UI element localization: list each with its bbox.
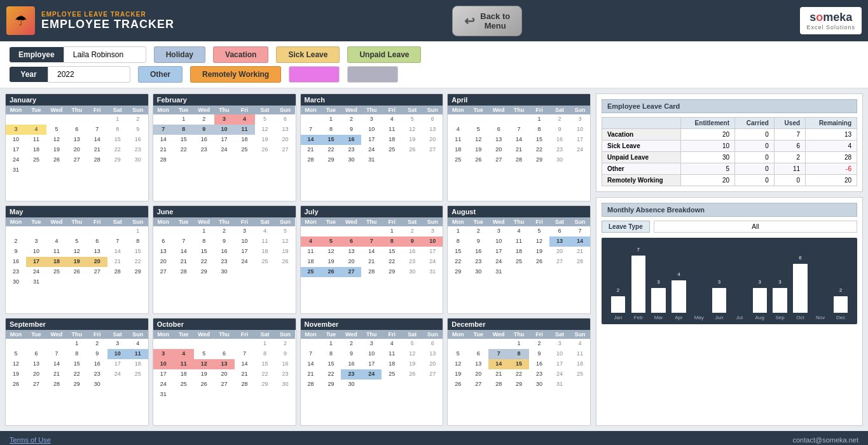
- cal-day[interactable]: 6: [153, 236, 174, 247]
- cal-day[interactable]: 30: [214, 267, 235, 277]
- cal-day[interactable]: 7: [107, 236, 128, 247]
- cal-day[interactable]: 5: [46, 125, 67, 135]
- cal-day[interactable]: 21: [509, 145, 529, 155]
- employee-value[interactable]: Laila Robinson: [64, 46, 146, 63]
- cal-day[interactable]: 7: [174, 236, 194, 247]
- cal-day[interactable]: 23: [194, 145, 214, 155]
- cal-day[interactable]: 17: [6, 145, 26, 155]
- cal-day[interactable]: 8: [255, 349, 275, 359]
- cal-day[interactable]: 19: [402, 359, 422, 369]
- cal-day[interactable]: 20: [26, 369, 46, 380]
- cal-day[interactable]: 22: [194, 257, 214, 267]
- cal-day[interactable]: 9: [275, 349, 296, 359]
- cal-day[interactable]: 22: [509, 369, 529, 380]
- cal-day[interactable]: 8: [128, 236, 148, 247]
- cal-day[interactable]: 24: [549, 369, 570, 380]
- cal-day[interactable]: 3: [153, 349, 174, 359]
- cal-day[interactable]: 16: [194, 135, 214, 145]
- cal-day[interactable]: 7: [570, 226, 590, 236]
- cal-day[interactable]: 19: [448, 369, 468, 380]
- cal-day[interactable]: 9: [128, 125, 148, 135]
- cal-day[interactable]: 31: [422, 267, 443, 277]
- cal-day[interactable]: 15: [382, 247, 402, 257]
- cal-day[interactable]: 20: [422, 359, 443, 369]
- cal-day[interactable]: 1: [529, 114, 549, 125]
- cal-day[interactable]: 13: [26, 359, 46, 369]
- cal-day[interactable]: 15: [448, 247, 468, 257]
- cal-day[interactable]: 13: [341, 247, 361, 257]
- cal-day[interactable]: 16: [549, 135, 570, 145]
- cal-day[interactable]: 15: [320, 359, 341, 369]
- cal-day[interactable]: 28: [153, 155, 174, 165]
- cal-day[interactable]: 26: [402, 145, 422, 155]
- cal-day[interactable]: 18: [301, 257, 321, 267]
- cal-day[interactable]: 13: [275, 125, 296, 135]
- cal-day[interactable]: 30: [529, 380, 549, 390]
- cal-day[interactable]: 13: [87, 247, 107, 257]
- cal-day[interactable]: 27: [26, 380, 46, 390]
- cal-day[interactable]: 10: [235, 236, 255, 247]
- cal-day[interactable]: 15: [194, 247, 214, 257]
- cal-day[interactable]: 5: [529, 226, 549, 236]
- cal-day[interactable]: 16: [341, 135, 361, 145]
- cal-day[interactable]: 22: [529, 145, 549, 155]
- cal-day[interactable]: 5: [275, 226, 296, 236]
- cal-day[interactable]: 27: [488, 155, 509, 165]
- cal-day[interactable]: 22: [255, 369, 275, 380]
- cal-day[interactable]: 9: [194, 125, 214, 135]
- cal-day[interactable]: 23: [214, 257, 235, 267]
- cal-day[interactable]: 17: [570, 135, 590, 145]
- cal-day[interactable]: 26: [6, 380, 26, 390]
- cal-day[interactable]: 28: [87, 155, 107, 165]
- cal-day[interactable]: 9: [214, 236, 235, 247]
- cal-day[interactable]: 21: [361, 257, 382, 267]
- cal-day[interactable]: 10: [153, 359, 174, 369]
- cal-day[interactable]: 7: [87, 125, 107, 135]
- cal-day[interactable]: 25: [448, 155, 468, 165]
- cal-day[interactable]: 13: [422, 349, 443, 359]
- cal-day[interactable]: 9: [6, 247, 26, 257]
- cal-day[interactable]: 27: [214, 380, 235, 390]
- cal-day[interactable]: 14: [153, 135, 174, 145]
- cal-day[interactable]: 15: [529, 135, 549, 145]
- cal-day[interactable]: 29: [320, 155, 341, 165]
- cal-day[interactable]: 10: [361, 349, 382, 359]
- cal-day[interactable]: 18: [235, 135, 255, 145]
- cal-day[interactable]: 2: [402, 226, 422, 236]
- cal-day[interactable]: 17: [422, 247, 443, 257]
- cal-day[interactable]: 17: [488, 247, 509, 257]
- cal-day[interactable]: 8: [194, 236, 214, 247]
- cal-day[interactable]: 16: [341, 359, 361, 369]
- cal-day[interactable]: 6: [341, 236, 361, 247]
- cal-day[interactable]: 6: [549, 226, 570, 236]
- cal-day[interactable]: 29: [509, 380, 529, 390]
- cal-day[interactable]: 26: [529, 257, 549, 267]
- cal-day[interactable]: 29: [255, 380, 275, 390]
- cal-day[interactable]: 2: [6, 236, 26, 247]
- cal-day[interactable]: 5: [320, 236, 341, 247]
- cal-day[interactable]: 20: [422, 135, 443, 145]
- cal-day[interactable]: 25: [46, 267, 67, 277]
- cal-day[interactable]: 27: [275, 145, 296, 155]
- cal-day[interactable]: 1: [320, 339, 341, 349]
- cal-day[interactable]: 23: [341, 369, 361, 380]
- cal-day[interactable]: 31: [361, 155, 382, 165]
- cal-day[interactable]: 2: [128, 114, 148, 125]
- cal-day[interactable]: 28: [570, 257, 590, 267]
- cal-day[interactable]: 4: [301, 236, 321, 247]
- cal-day[interactable]: 20: [214, 369, 235, 380]
- cal-day[interactable]: 28: [361, 267, 382, 277]
- cal-day[interactable]: 11: [301, 247, 321, 257]
- cal-day[interactable]: 7: [46, 349, 67, 359]
- cal-day[interactable]: 5: [194, 349, 214, 359]
- cal-day[interactable]: 13: [214, 359, 235, 369]
- cal-day[interactable]: 27: [87, 267, 107, 277]
- cal-day[interactable]: 17: [214, 135, 235, 145]
- cal-day[interactable]: 17: [361, 135, 382, 145]
- cal-day[interactable]: 3: [570, 114, 590, 125]
- cal-day[interactable]: 27: [153, 267, 174, 277]
- cal-day[interactable]: 5: [255, 114, 275, 125]
- cal-day[interactable]: 25: [509, 257, 529, 267]
- cal-day[interactable]: 5: [402, 339, 422, 349]
- cal-day[interactable]: 9: [468, 236, 488, 247]
